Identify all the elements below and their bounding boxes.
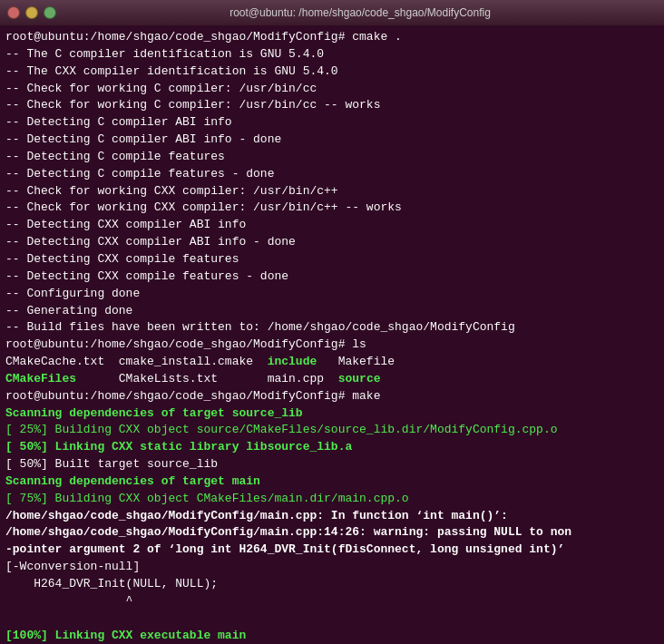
terminal-line: -- Check for working CXX compiler: /usr/…: [5, 183, 659, 200]
terminal-line: -- Build files have been written to: /ho…: [5, 319, 659, 337]
ls-output-2: CMakeFiles CMakeLists.txt main.cpp sourc…: [5, 371, 659, 388]
minimize-button[interactable]: [25, 6, 38, 19]
terminal-line: [5, 610, 659, 628]
terminal-line: /home/shgao/code_shgao/ModifyConfig/main…: [5, 508, 659, 525]
close-button[interactable]: [7, 6, 20, 19]
terminal-line: -- Detecting CXX compile features: [5, 251, 659, 268]
terminal-line: root@ubuntu:/home/shgao/code_shgao/Modif…: [5, 29, 659, 46]
terminal-line: Scanning dependencies of target source_l…: [5, 405, 659, 423]
terminal-line: [ 75%] Building CXX object CMakeFiles/ma…: [5, 491, 659, 508]
terminal-line: H264_DVR_Init(NULL, NULL);: [5, 576, 659, 593]
terminal-line: -- Detecting C compile features: [5, 149, 659, 166]
terminal-line: -- The CXX compiler identification is GN…: [5, 63, 659, 81]
terminal-line: -- Generating done: [5, 303, 659, 320]
terminal-line: -- Configuring done: [5, 286, 659, 303]
window-controls[interactable]: [7, 6, 56, 19]
ls-output-1: CMakeCache.txt cmake_install.cmake inclu…: [5, 354, 659, 371]
terminal-output: root@ubuntu:/home/shgao/code_shgao/Modif…: [0, 25, 664, 644]
terminal-line: [ 50%] Linking CXX static library libsou…: [5, 439, 659, 456]
maximize-button[interactable]: [44, 6, 56, 19]
terminal-line: -- Detecting C compiler ABI info - done: [5, 132, 659, 149]
terminal-line: root@ubuntu:/home/shgao/code_shgao/Modif…: [5, 388, 659, 405]
terminal-line: [ 50%] Built target source_lib: [5, 456, 659, 473]
terminal-line: -- Detecting C compiler ABI info: [5, 114, 659, 132]
terminal-line: [-Wconversion-null]: [5, 559, 659, 576]
terminal-line: -pointer argument 2 of ‘long int H264_DV…: [5, 542, 659, 559]
terminal-line: Scanning dependencies of target main: [5, 473, 659, 491]
terminal-line: -- Detecting CXX compile features - done: [5, 268, 659, 286]
terminal-line: [100%] Linking CXX executable main: [5, 628, 659, 644]
terminal-line: -- Detecting CXX compiler ABI info - don…: [5, 234, 659, 251]
terminal-line: -- Check for working C compiler: /usr/bi…: [5, 81, 659, 98]
terminal-line: [ 25%] Building CXX object source/CMakeF…: [5, 422, 659, 439]
terminal-line: -- Check for working CXX compiler: /usr/…: [5, 200, 659, 217]
terminal-line: -- Detecting C compile features - done: [5, 166, 659, 183]
window-title: root@ubuntu: /home/shgao/code_shgao/Modi…: [63, 6, 657, 19]
terminal-line: -- Check for working C compiler: /usr/bi…: [5, 97, 659, 114]
terminal-line: /home/shgao/code_shgao/ModifyConfig/main…: [5, 524, 659, 542]
title-bar: root@ubuntu: /home/shgao/code_shgao/Modi…: [0, 0, 664, 25]
terminal-line: root@ubuntu:/home/shgao/code_shgao/Modif…: [5, 337, 659, 354]
terminal-line: -- Detecting CXX compiler ABI info: [5, 217, 659, 234]
terminal-line: -- The C compiler identification is GNU …: [5, 46, 659, 63]
terminal-line: ^: [5, 593, 659, 610]
